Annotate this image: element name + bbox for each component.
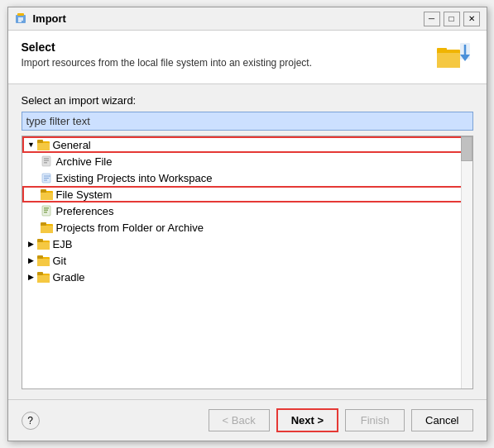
tree-label-projects-folder: Projects from Folder or Archive bbox=[56, 222, 204, 234]
tree-label-gradle: Gradle bbox=[53, 271, 85, 284]
title-bar: Import ─ □ ✕ bbox=[8, 7, 487, 31]
chevron-gradle: ▶ bbox=[26, 271, 37, 283]
help-button[interactable]: ? bbox=[22, 412, 40, 430]
tree-item-preferences[interactable]: Preferences bbox=[22, 203, 472, 219]
tree-container[interactable]: ▼ General bbox=[22, 136, 473, 389]
tree-label-ejb: EJB bbox=[53, 238, 73, 250]
svg-rect-33 bbox=[37, 255, 43, 259]
finish-label: Finish bbox=[361, 414, 390, 427]
svg-rect-7 bbox=[437, 48, 447, 53]
folder-icon-git bbox=[37, 254, 50, 267]
tree-item-file-system[interactable]: File System bbox=[22, 186, 472, 203]
tree-item-ejb[interactable]: ▶ EJB bbox=[22, 236, 472, 252]
back-button[interactable]: < Back bbox=[209, 409, 270, 431]
import-window: Import ─ □ ✕ Select Import resources fro… bbox=[7, 7, 487, 441]
file-icon-projects bbox=[41, 171, 54, 184]
svg-rect-6 bbox=[437, 53, 460, 68]
svg-rect-28 bbox=[41, 226, 53, 233]
tree-label-general: General bbox=[53, 139, 91, 151]
svg-rect-13 bbox=[37, 143, 50, 150]
tree-item-existing-projects[interactable]: Existing Projects into Workspace bbox=[22, 169, 472, 186]
tree-item-general[interactable]: ▼ General bbox=[22, 136, 472, 153]
svg-rect-27 bbox=[41, 222, 46, 226]
cancel-button[interactable]: Cancel bbox=[411, 409, 472, 431]
tree-label-archive: Archive File bbox=[56, 155, 113, 168]
svg-rect-16 bbox=[44, 160, 49, 162]
scrollbar-track[interactable] bbox=[461, 136, 472, 388]
chevron-general: ▼ bbox=[26, 139, 37, 150]
svg-rect-23 bbox=[44, 207, 49, 209]
svg-rect-36 bbox=[37, 272, 43, 275]
tree-label-preferences: Preferences bbox=[56, 205, 114, 217]
svg-rect-30 bbox=[37, 239, 43, 242]
svg-rect-25 bbox=[44, 212, 47, 213]
folder-icon-general bbox=[37, 138, 50, 151]
tree-item-archive[interactable]: Archive File bbox=[22, 153, 472, 169]
window-title: Import bbox=[33, 12, 419, 25]
next-label: Next > bbox=[291, 414, 324, 427]
file-icon-archive bbox=[41, 155, 54, 168]
minimize-button[interactable]: ─ bbox=[424, 12, 440, 26]
tree-item-gradle[interactable]: ▶ Gradle bbox=[22, 269, 472, 285]
tree-label-git: Git bbox=[53, 255, 67, 267]
wizard-label: Select an import wizard: bbox=[22, 94, 473, 107]
help-label: ? bbox=[27, 415, 33, 427]
tree-label-existing-projects: Existing Projects into Workspace bbox=[56, 172, 213, 184]
svg-rect-31 bbox=[37, 242, 50, 250]
svg-rect-21 bbox=[41, 193, 53, 200]
window-controls: ─ □ ✕ bbox=[424, 12, 480, 26]
back-label: < Back bbox=[223, 414, 256, 427]
svg-rect-12 bbox=[37, 140, 43, 143]
next-button[interactable]: Next > bbox=[276, 408, 338, 432]
header-import-icon bbox=[434, 41, 473, 74]
svg-rect-20 bbox=[41, 189, 46, 193]
svg-rect-15 bbox=[44, 158, 49, 160]
svg-rect-34 bbox=[37, 259, 50, 266]
window-icon bbox=[15, 12, 28, 26]
close-button[interactable]: ✕ bbox=[463, 12, 480, 26]
footer: ? < Back Next > Finish Cancel bbox=[8, 399, 487, 441]
tree-item-git[interactable]: ▶ Git bbox=[22, 252, 472, 269]
folder-icon-gradle bbox=[37, 270, 50, 284]
svg-rect-17 bbox=[44, 162, 47, 164]
cancel-label: Cancel bbox=[425, 414, 458, 427]
chevron-ejb: ▶ bbox=[26, 238, 37, 250]
file-icon-prefs bbox=[41, 204, 54, 217]
finish-button[interactable]: Finish bbox=[345, 409, 405, 431]
filter-input[interactable] bbox=[22, 112, 473, 131]
header-text: Select Import resources from the local f… bbox=[22, 41, 434, 69]
chevron-git: ▶ bbox=[26, 255, 37, 266]
header-title: Select bbox=[22, 41, 434, 54]
svg-rect-24 bbox=[44, 210, 48, 212]
folder-icon-filesystem bbox=[41, 188, 54, 201]
header-section: Select Import resources from the local f… bbox=[8, 31, 487, 84]
folder-icon-ejb bbox=[37, 237, 50, 250]
maximize-button[interactable]: □ bbox=[444, 12, 460, 26]
svg-rect-37 bbox=[37, 275, 50, 283]
scrollbar-thumb[interactable] bbox=[461, 136, 472, 161]
header-description: Import resources from the local file sys… bbox=[22, 57, 434, 69]
tree-item-projects-folder[interactable]: Projects from Folder or Archive bbox=[22, 219, 472, 236]
svg-rect-1 bbox=[17, 13, 24, 16]
tree-label-file-system: File System bbox=[56, 188, 113, 201]
folder-icon-projects-folder bbox=[41, 221, 54, 234]
content-area: Select an import wizard: ▼ General bbox=[8, 84, 487, 399]
